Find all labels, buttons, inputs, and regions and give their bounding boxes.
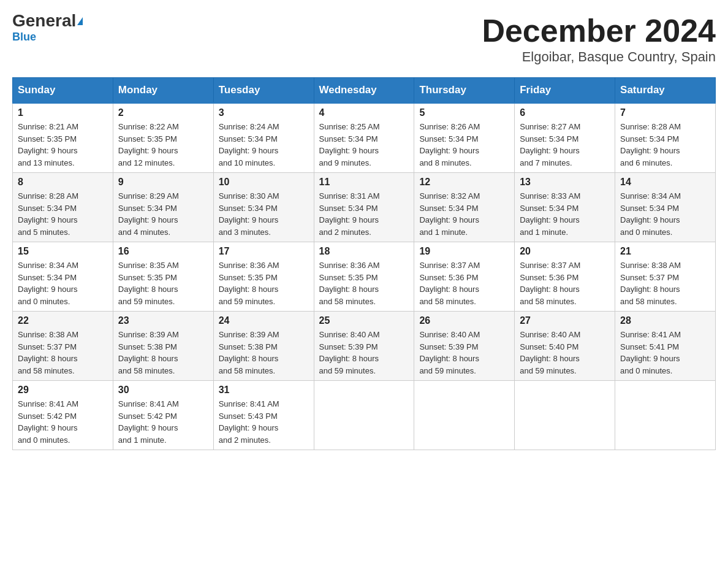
- table-row: 27 Sunrise: 8:40 AMSunset: 5:40 PMDaylig…: [515, 312, 615, 381]
- day-number: 31: [219, 385, 309, 396]
- table-row: 16 Sunrise: 8:35 AMSunset: 5:35 PMDaylig…: [113, 242, 213, 312]
- header-row: Sunday Monday Tuesday Wednesday Thursday…: [13, 78, 716, 104]
- col-wednesday: Wednesday: [314, 78, 414, 104]
- table-row: 5 Sunrise: 8:26 AMSunset: 5:34 PMDayligh…: [414, 103, 515, 173]
- day-info: Sunrise: 8:26 AMSunset: 5:34 PMDaylight:…: [419, 121, 509, 169]
- day-info: Sunrise: 8:24 AMSunset: 5:34 PMDaylight:…: [219, 121, 309, 169]
- table-row: 9 Sunrise: 8:29 AMSunset: 5:34 PMDayligh…: [113, 173, 213, 242]
- day-number: 12: [419, 177, 509, 188]
- day-number: 25: [319, 315, 409, 326]
- day-number: 13: [520, 177, 610, 188]
- table-row: 15 Sunrise: 8:34 AMSunset: 5:34 PMDaylig…: [13, 242, 113, 312]
- day-info: Sunrise: 8:38 AMSunset: 5:37 PMDaylight:…: [18, 329, 108, 377]
- calendar-row: 8 Sunrise: 8:28 AMSunset: 5:34 PMDayligh…: [13, 173, 716, 242]
- day-info: Sunrise: 8:41 AMSunset: 5:42 PMDaylight:…: [118, 398, 208, 446]
- calendar-title: December 2024: [482, 12, 716, 49]
- day-number: 28: [620, 315, 710, 326]
- day-number: 3: [219, 107, 309, 118]
- day-info: Sunrise: 8:33 AMSunset: 5:34 PMDaylight:…: [520, 190, 610, 238]
- table-row: [615, 381, 716, 450]
- table-row: 30 Sunrise: 8:41 AMSunset: 5:42 PMDaylig…: [113, 381, 213, 450]
- day-info: Sunrise: 8:38 AMSunset: 5:37 PMDaylight:…: [620, 259, 710, 307]
- day-info: Sunrise: 8:22 AMSunset: 5:35 PMDaylight:…: [118, 121, 208, 169]
- col-friday: Friday: [515, 78, 615, 104]
- day-number: 16: [118, 246, 208, 257]
- day-info: Sunrise: 8:35 AMSunset: 5:35 PMDaylight:…: [118, 259, 208, 307]
- table-row: 8 Sunrise: 8:28 AMSunset: 5:34 PMDayligh…: [13, 173, 113, 242]
- title-area: December 2024 Elgoibar, Basque Country, …: [482, 12, 716, 65]
- day-info: Sunrise: 8:29 AMSunset: 5:34 PMDaylight:…: [118, 190, 208, 238]
- table-row: [414, 381, 515, 450]
- day-info: Sunrise: 8:41 AMSunset: 5:42 PMDaylight:…: [18, 398, 108, 446]
- day-info: Sunrise: 8:41 AMSunset: 5:41 PMDaylight:…: [620, 329, 710, 377]
- day-number: 19: [419, 246, 509, 257]
- table-row: 3 Sunrise: 8:24 AMSunset: 5:34 PMDayligh…: [213, 103, 314, 173]
- day-info: Sunrise: 8:37 AMSunset: 5:36 PMDaylight:…: [419, 259, 509, 307]
- day-info: Sunrise: 8:32 AMSunset: 5:34 PMDaylight:…: [419, 190, 509, 238]
- day-info: Sunrise: 8:40 AMSunset: 5:40 PMDaylight:…: [520, 329, 610, 377]
- table-row: 7 Sunrise: 8:28 AMSunset: 5:34 PMDayligh…: [615, 103, 716, 173]
- page-header: General Blue December 2024 Elgoibar, Bas…: [12, 12, 716, 65]
- calendar-row: 22 Sunrise: 8:38 AMSunset: 5:37 PMDaylig…: [13, 312, 716, 381]
- table-row: 26 Sunrise: 8:40 AMSunset: 5:39 PMDaylig…: [414, 312, 515, 381]
- day-number: 22: [18, 315, 108, 326]
- table-row: 12 Sunrise: 8:32 AMSunset: 5:34 PMDaylig…: [414, 173, 515, 242]
- day-info: Sunrise: 8:30 AMSunset: 5:34 PMDaylight:…: [219, 190, 309, 238]
- table-row: 18 Sunrise: 8:36 AMSunset: 5:35 PMDaylig…: [314, 242, 414, 312]
- day-info: Sunrise: 8:27 AMSunset: 5:34 PMDaylight:…: [520, 121, 610, 169]
- col-thursday: Thursday: [414, 78, 515, 104]
- day-number: 5: [419, 107, 509, 118]
- day-info: Sunrise: 8:39 AMSunset: 5:38 PMDaylight:…: [219, 329, 309, 377]
- table-row: 2 Sunrise: 8:22 AMSunset: 5:35 PMDayligh…: [113, 103, 213, 173]
- day-number: 14: [620, 177, 710, 188]
- table-row: 11 Sunrise: 8:31 AMSunset: 5:34 PMDaylig…: [314, 173, 414, 242]
- day-number: 26: [419, 315, 509, 326]
- logo-subtitle: Blue: [12, 31, 36, 44]
- table-row: 19 Sunrise: 8:37 AMSunset: 5:36 PMDaylig…: [414, 242, 515, 312]
- table-row: 1 Sunrise: 8:21 AMSunset: 5:35 PMDayligh…: [13, 103, 113, 173]
- day-number: 27: [520, 315, 610, 326]
- table-row: [314, 381, 414, 450]
- col-monday: Monday: [113, 78, 213, 104]
- day-info: Sunrise: 8:37 AMSunset: 5:36 PMDaylight:…: [520, 259, 610, 307]
- day-info: Sunrise: 8:36 AMSunset: 5:35 PMDaylight:…: [219, 259, 309, 307]
- day-number: 7: [620, 107, 710, 118]
- table-row: 23 Sunrise: 8:39 AMSunset: 5:38 PMDaylig…: [113, 312, 213, 381]
- day-number: 24: [219, 315, 309, 326]
- day-info: Sunrise: 8:34 AMSunset: 5:34 PMDaylight:…: [18, 259, 108, 307]
- calendar-row: 29 Sunrise: 8:41 AMSunset: 5:42 PMDaylig…: [13, 381, 716, 450]
- day-number: 6: [520, 107, 610, 118]
- table-row: 6 Sunrise: 8:27 AMSunset: 5:34 PMDayligh…: [515, 103, 615, 173]
- table-row: 10 Sunrise: 8:30 AMSunset: 5:34 PMDaylig…: [213, 173, 314, 242]
- table-row: 31 Sunrise: 8:41 AMSunset: 5:43 PMDaylig…: [213, 381, 314, 450]
- table-row: 29 Sunrise: 8:41 AMSunset: 5:42 PMDaylig…: [13, 381, 113, 450]
- day-number: 4: [319, 107, 409, 118]
- table-row: 21 Sunrise: 8:38 AMSunset: 5:37 PMDaylig…: [615, 242, 716, 312]
- day-number: 18: [319, 246, 409, 257]
- day-number: 11: [319, 177, 409, 188]
- logo: General Blue: [12, 12, 83, 44]
- day-info: Sunrise: 8:39 AMSunset: 5:38 PMDaylight:…: [118, 329, 208, 377]
- table-row: 13 Sunrise: 8:33 AMSunset: 5:34 PMDaylig…: [515, 173, 615, 242]
- day-number: 30: [118, 385, 208, 396]
- calendar-row: 1 Sunrise: 8:21 AMSunset: 5:35 PMDayligh…: [13, 103, 716, 173]
- day-number: 1: [18, 107, 108, 118]
- day-number: 29: [18, 385, 108, 396]
- day-number: 8: [18, 177, 108, 188]
- col-sunday: Sunday: [13, 78, 113, 104]
- day-number: 15: [18, 246, 108, 257]
- day-number: 17: [219, 246, 309, 257]
- day-info: Sunrise: 8:28 AMSunset: 5:34 PMDaylight:…: [18, 190, 108, 238]
- day-info: Sunrise: 8:36 AMSunset: 5:35 PMDaylight:…: [319, 259, 409, 307]
- day-info: Sunrise: 8:41 AMSunset: 5:43 PMDaylight:…: [219, 398, 309, 446]
- calendar-row: 15 Sunrise: 8:34 AMSunset: 5:34 PMDaylig…: [13, 242, 716, 312]
- day-info: Sunrise: 8:21 AMSunset: 5:35 PMDaylight:…: [18, 121, 108, 169]
- day-number: 2: [118, 107, 208, 118]
- day-number: 21: [620, 246, 710, 257]
- calendar-subtitle: Elgoibar, Basque Country, Spain: [482, 49, 716, 65]
- table-row: 24 Sunrise: 8:39 AMSunset: 5:38 PMDaylig…: [213, 312, 314, 381]
- day-number: 10: [219, 177, 309, 188]
- table-row: 20 Sunrise: 8:37 AMSunset: 5:36 PMDaylig…: [515, 242, 615, 312]
- calendar-table: Sunday Monday Tuesday Wednesday Thursday…: [12, 77, 716, 450]
- logo-text: General: [12, 12, 83, 29]
